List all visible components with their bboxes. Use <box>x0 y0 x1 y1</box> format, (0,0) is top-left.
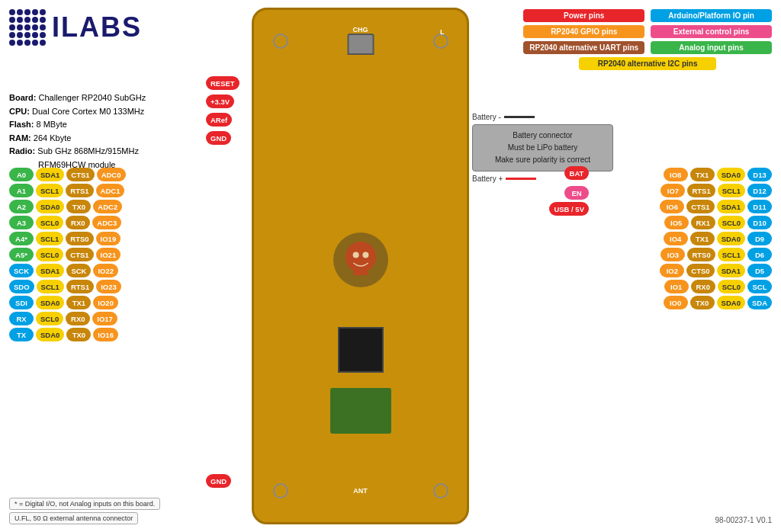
svg-point-2 <box>362 252 368 258</box>
pin-io3-main: D6 <box>747 248 772 261</box>
ram-label: RAM: <box>9 133 31 143</box>
right-pin-row-io2: IO2 CTS0 SDA1 D5 <box>660 264 772 277</box>
pin-a3-main: A3 <box>9 216 34 229</box>
right-pin-row-io5: IO5 RX1 SCL0 D10 <box>660 216 772 229</box>
radio-value: Sub GHz 868MHz/915MHz <box>37 146 139 155</box>
pin-io8-io: IO8 <box>664 168 688 181</box>
pin-io5-alt2: SCL0 <box>718 216 745 229</box>
pin-sdi-alt2: TX1 <box>66 296 91 309</box>
legend-gpio-pins: RP2040 GPIO pins <box>523 25 644 38</box>
left-pin-row-tx: TX SDA0 TX0 IO16 <box>9 328 126 341</box>
flash-value: 8 MByte <box>36 120 66 129</box>
pin-io7-alt2: SCL1 <box>718 184 745 197</box>
battery-plus-line <box>506 178 536 180</box>
pin-io5-alt1: RX1 <box>691 216 715 229</box>
pin-a5-main: A5* <box>9 248 34 261</box>
pin-io0-io: IO0 <box>664 296 688 309</box>
pin-io7-io: IO7 <box>660 184 685 197</box>
pin-tx-alt1: SDA0 <box>36 328 64 341</box>
left-pin-row-a0: A0 SDA1 CTS1 ADC0 <box>9 168 126 181</box>
logo-dot <box>32 17 38 23</box>
logo-dot <box>32 40 38 46</box>
logo-dots <box>9 9 46 46</box>
pin-io2-io: IO2 <box>660 264 684 277</box>
v33-pin: +3.3V <box>206 95 234 108</box>
pin-io2-alt2: SDA1 <box>717 264 745 277</box>
pcb-main-chip <box>338 327 384 373</box>
battery-area: Battery - Battery connector Must be LiPo… <box>472 113 613 183</box>
pin-a0-alt1: SDA1 <box>36 168 64 181</box>
pin-a4-io: IO19 <box>96 232 121 245</box>
pin-io5-main: D10 <box>747 216 772 229</box>
usb5v-pin: USB / 5V <box>549 202 589 216</box>
logo-area: ILABS <box>9 9 142 46</box>
en-pin: EN <box>564 186 589 200</box>
pcb-hole-tl <box>273 34 288 49</box>
pin-a2-io: ADC2 <box>93 200 122 213</box>
right-pin-row-io6: IO6 CTS1 SDA1 D11 <box>660 200 772 213</box>
battery-line3: Make sure polarity is correct <box>480 154 605 166</box>
pin-a0-main: A0 <box>9 168 34 181</box>
pin-io2-main: D5 <box>747 264 772 277</box>
pin-a3-alt2: RX0 <box>66 216 90 229</box>
svg-point-1 <box>352 252 358 258</box>
battery-minus-label: Battery - <box>472 113 501 121</box>
pin-a4-alt2: RTS0 <box>66 232 93 245</box>
logo-dot <box>40 17 46 23</box>
cpu-value: Dual Core Cortex M0 133MHz <box>32 107 144 116</box>
left-pins-container: A0 SDA1 CTS1 ADC0 A1 SCL1 RTS1 ADC1 A2 S… <box>9 168 126 341</box>
pin-io1-alt2: SCL0 <box>718 280 745 293</box>
logo-dot <box>17 17 23 23</box>
pcb-hole-tr <box>433 34 448 49</box>
pin-rx-io: IO17 <box>92 312 117 325</box>
pin-io6-alt1: CTS1 <box>686 200 714 213</box>
logo-dot <box>24 40 31 46</box>
logo-dot <box>32 24 38 30</box>
pin-rx-alt2: RX0 <box>66 312 90 325</box>
pin-a5-io: IO21 <box>96 248 121 261</box>
left-pin-row-rx: RX SCL0 RX0 IO17 <box>9 312 126 325</box>
logo-dot <box>9 32 15 38</box>
logo-dot <box>17 24 23 30</box>
radio-label: Radio: <box>9 146 35 155</box>
aref-pin: ARef <box>206 113 232 127</box>
pin-sdo-alt2: RTS1 <box>66 280 94 293</box>
logo-dot <box>24 24 31 30</box>
right-pins-container: IO8 TX1 SDA0 D13 IO7 RTS1 SCL1 D12 IO6 C… <box>660 168 772 309</box>
logo-dot <box>24 9 31 15</box>
pin-io8-alt2: SDA0 <box>717 168 745 181</box>
left-pin-row-a3: A3 SCL0 RX0 ADC3 <box>9 216 126 229</box>
pin-a1-main: A1 <box>9 184 34 197</box>
pin-rx-alt1: SCL0 <box>36 312 63 325</box>
bat-pin: BAT <box>564 166 589 180</box>
bat-label-area: BAT <box>564 166 589 180</box>
logo-dot <box>40 32 46 38</box>
pin-tx-io: IO16 <box>93 328 118 341</box>
logo-dot <box>24 32 31 38</box>
legend-arduino-io: Arduino/Platform IO pin <box>651 9 772 22</box>
pin-a3-alt1: SCL0 <box>36 216 63 229</box>
left-pin-row-a2: A2 SDA0 TX0 ADC2 <box>9 200 126 213</box>
pin-io7-main: D12 <box>747 184 772 197</box>
pin-sdo-main: SDO <box>9 280 34 293</box>
pin-io0-alt2: SDA0 <box>717 296 745 309</box>
pin-io1-main: SCL <box>747 280 772 293</box>
pcb-raspberry-logo <box>330 229 391 290</box>
legend-external-control: External control pins <box>651 25 772 38</box>
gnd-top-pin: GND <box>206 131 231 145</box>
gnd-bottom-label-area: GND <box>206 474 231 488</box>
pcb-module <box>330 388 391 434</box>
pin-a1-io: ADC1 <box>96 184 125 197</box>
v33-label-area: +3.3V <box>206 95 234 108</box>
pcb-hole-br <box>433 483 448 498</box>
pin-io4-alt1: TX1 <box>690 232 715 245</box>
battery-line1: Battery connector <box>480 130 605 142</box>
footer-area: * = Digital I/O, not Analog inputs on th… <box>9 498 160 524</box>
pcb-l-label: L <box>440 28 445 36</box>
cpu-label: CPU: <box>9 107 30 116</box>
pin-sck-alt1: SDA1 <box>36 264 64 277</box>
pin-sdi-alt1: SDA0 <box>36 296 64 309</box>
pin-sdo-io: IO23 <box>96 280 121 293</box>
reset-label-area: RESET <box>206 76 239 90</box>
right-pin-row-io4: IO4 TX1 SDA0 D9 <box>660 232 772 245</box>
